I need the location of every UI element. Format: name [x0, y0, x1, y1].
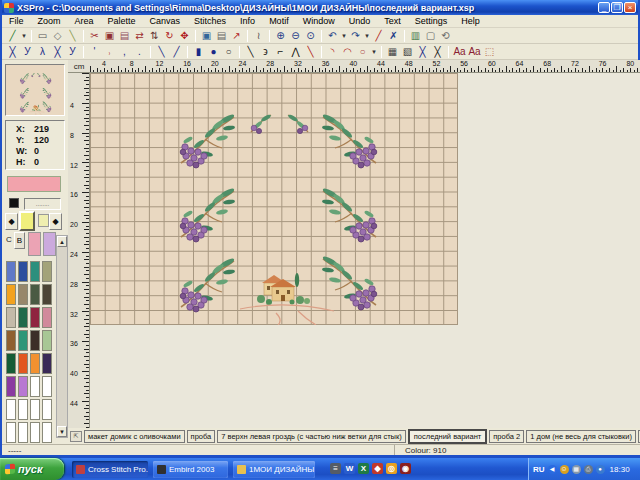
gold-badge-icon[interactable]: ⊙: [560, 465, 569, 474]
palette-swatch[interactable]: [30, 376, 40, 397]
delete-icon[interactable]: ✗: [386, 29, 401, 43]
palette-swatch[interactable]: [6, 399, 16, 420]
circle-tool-icon[interactable]: ○: [355, 45, 370, 59]
palette-scrollbar[interactable]: ▲ ▼: [56, 235, 68, 438]
menu-text[interactable]: Text: [377, 16, 408, 26]
palette-swatch[interactable]: [6, 307, 16, 328]
cross-dark-icon[interactable]: ╳: [430, 45, 445, 59]
zoom-in-icon[interactable]: ⊕: [273, 29, 288, 43]
scroll-up-icon[interactable]: ▲: [57, 236, 67, 247]
palette-swatch[interactable]: [42, 261, 52, 282]
palette-swatch[interactable]: [42, 376, 52, 397]
scroll-down-icon[interactable]: ▼: [57, 426, 67, 437]
design-tab-6[interactable]: 1 дом (не весь для стыковки): [526, 430, 636, 443]
dark-red-circle-app-icon[interactable]: ◉: [400, 463, 411, 474]
design-tab-2[interactable]: проба: [187, 430, 216, 443]
menu-palette[interactable]: Palette: [101, 16, 143, 26]
palette-swatch[interactable]: [30, 330, 40, 351]
design-tab-5[interactable]: проба 2: [489, 430, 524, 443]
circle-dropdown-icon[interactable]: ▾: [370, 45, 378, 59]
redo-dropdown-icon[interactable]: ▾: [363, 29, 371, 43]
palette-swatch[interactable]: [42, 307, 52, 328]
palette-swatch[interactable]: [6, 284, 16, 305]
maximize-button[interactable]: ❐: [611, 2, 623, 13]
curve-stitch-2-icon[interactable]: ◠: [340, 45, 355, 59]
palette-swatch[interactable]: [30, 399, 40, 420]
design-tab-1[interactable]: макет домик с оливочками: [84, 430, 185, 443]
font-small-icon[interactable]: Aa: [467, 45, 482, 59]
special-stitch-3-icon[interactable]: ⌐: [273, 45, 288, 59]
menu-undo[interactable]: Undo: [342, 16, 378, 26]
special-stitch-5-icon[interactable]: ╲: [303, 45, 318, 59]
palette-swatch[interactable]: [6, 330, 16, 351]
palette-swatch[interactable]: [42, 399, 52, 420]
petite-stitch-icon[interactable]: У: [65, 45, 80, 59]
display-tray-icon[interactable]: ▦: [572, 465, 581, 474]
palette-swatch[interactable]: [18, 307, 28, 328]
quarter-cross-icon[interactable]: ╳: [50, 45, 65, 59]
palette-swatch[interactable]: [18, 353, 28, 374]
quarter-mark-3-icon[interactable]: ,: [117, 45, 132, 59]
cross-blue-icon[interactable]: ╳: [415, 45, 430, 59]
palette-swatch[interactable]: [18, 422, 28, 443]
language-indicator[interactable]: RU: [533, 465, 545, 474]
taskbar-button-1[interactable]: Cross Stitch Pro...: [72, 461, 148, 478]
cut-icon[interactable]: ✂: [87, 29, 102, 43]
print-icon[interactable]: ▤: [214, 29, 229, 43]
selection-dashed-icon[interactable]: ⬚: [482, 45, 497, 59]
printer-tray-icon[interactable]: ⎙: [584, 465, 593, 474]
zoom-actual-icon[interactable]: ⊙: [303, 29, 318, 43]
palette-swatch[interactable]: [18, 399, 28, 420]
palette-swatch[interactable]: [30, 353, 40, 374]
undo-dropdown-icon[interactable]: ▾: [340, 29, 348, 43]
minimize-button[interactable]: _: [598, 2, 610, 13]
menu-zoom[interactable]: Zoom: [31, 16, 68, 26]
motif-library-icon[interactable]: ▦: [385, 45, 400, 59]
half-stitch-icon[interactable]: λ: [35, 45, 50, 59]
palette-swatch[interactable]: [30, 307, 40, 328]
excel-app-icon[interactable]: X: [358, 463, 369, 474]
taskbar-button-2[interactable]: Embird 2003: [153, 461, 228, 478]
network-tray-icon[interactable]: ●: [596, 465, 605, 474]
palette-swatch[interactable]: [42, 422, 52, 443]
palette-swatch[interactable]: [6, 353, 16, 374]
design-tab-3[interactable]: 7 верхн левая гроздь (с частью ниж ветки…: [217, 430, 406, 443]
active-yellow-swatch[interactable]: [19, 211, 35, 231]
quarter-mark-1-icon[interactable]: ': [87, 45, 102, 59]
select-poly-icon[interactable]: ◇: [50, 29, 65, 43]
backstitch-down-icon[interactable]: ╲: [154, 45, 169, 59]
motif-edit-icon[interactable]: ▧: [400, 45, 415, 59]
palette-swatch[interactable]: [18, 261, 28, 282]
mirror-vertical-icon[interactable]: ⇅: [147, 29, 162, 43]
design-preview[interactable]: [5, 64, 65, 116]
full-cross-stitch-icon[interactable]: ╳: [5, 45, 20, 59]
close-button[interactable]: ×: [624, 2, 636, 13]
backstitch-up-icon[interactable]: ╱: [169, 45, 184, 59]
highlighter-icon[interactable]: ╲: [65, 29, 80, 43]
palette-swatch[interactable]: [6, 376, 16, 397]
start-button[interactable]: пуск: [0, 458, 64, 480]
menu-stitches[interactable]: Stitches: [187, 16, 233, 26]
menu-area[interactable]: Area: [68, 16, 101, 26]
palette-swatch[interactable]: [42, 353, 52, 374]
media-app-icon[interactable]: ≡: [330, 463, 341, 474]
copy-icon[interactable]: ▣: [102, 29, 117, 43]
word-app-icon[interactable]: W: [344, 463, 355, 474]
zoom-out-icon[interactable]: ⊖: [288, 29, 303, 43]
screen-view-icon[interactable]: ▣: [199, 29, 214, 43]
open-knot-icon[interactable]: ○: [221, 45, 236, 59]
menu-canvas[interactable]: Canvas: [143, 16, 188, 26]
pencil-tool-icon[interactable]: ╱: [5, 29, 20, 43]
paste-icon[interactable]: ▤: [117, 29, 132, 43]
move-icon[interactable]: ✥: [177, 29, 192, 43]
redo-icon[interactable]: ↷: [348, 29, 363, 43]
quarter-mark-2-icon[interactable]: ˒: [102, 45, 117, 59]
title-bar[interactable]: XSPro - C:\Documents and Settings\Rimma\…: [2, 0, 638, 15]
selected-color-swatch[interactable]: [7, 176, 61, 192]
special-stitch-4-icon[interactable]: ⋀: [288, 45, 303, 59]
quarter-mark-4-icon[interactable]: .: [132, 45, 147, 59]
curve-stitch-1-icon[interactable]: ◝: [325, 45, 340, 59]
menu-file[interactable]: File: [2, 16, 31, 26]
alt-yellow-swatch[interactable]: [38, 214, 49, 227]
palette-swatch[interactable]: [18, 284, 28, 305]
